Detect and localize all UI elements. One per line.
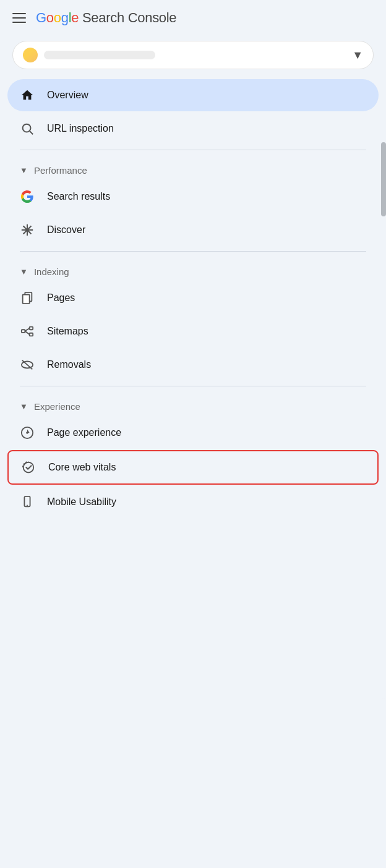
page-experience-label: Page experience xyxy=(47,427,121,438)
svg-rect-9 xyxy=(30,327,33,330)
sidebar-item-page-experience[interactable]: Page experience xyxy=(7,417,379,449)
mobile-icon xyxy=(20,495,35,509)
arrow-icon: ▼ xyxy=(20,166,28,175)
divider-3 xyxy=(20,386,366,386)
svg-point-18 xyxy=(24,462,34,473)
sitemaps-icon xyxy=(20,324,35,339)
discover-icon xyxy=(20,223,35,237)
search-icon xyxy=(20,121,35,136)
page-experience-icon xyxy=(20,425,35,440)
sidebar-item-search-results[interactable]: Search results xyxy=(7,181,379,213)
header: Google Search Console xyxy=(0,0,386,36)
google-g-icon xyxy=(20,189,35,204)
svg-rect-8 xyxy=(22,330,25,333)
pages-label: Pages xyxy=(47,292,75,304)
svg-point-17 xyxy=(26,432,28,434)
performance-section-header: ▼ Performance xyxy=(7,155,379,181)
sidebar-item-overview[interactable]: Overview xyxy=(7,79,379,111)
pages-icon xyxy=(20,291,35,305)
scrollbar-track xyxy=(381,142,386,699)
svg-line-12 xyxy=(25,331,29,335)
scrollbar-thumb[interactable] xyxy=(381,142,386,216)
property-icon xyxy=(23,48,38,62)
arrow-icon-2: ▼ xyxy=(20,267,28,276)
app-logo: Google Search Console xyxy=(36,10,176,26)
performance-section-label: Performance xyxy=(34,165,87,176)
sidebar-item-discover[interactable]: Discover xyxy=(7,214,379,246)
mobile-usability-label: Mobile Usability xyxy=(47,496,116,508)
divider-2 xyxy=(20,251,366,252)
core-web-vitals-icon xyxy=(21,460,36,475)
discover-label: Discover xyxy=(47,224,85,236)
core-web-vitals-label: Core web vitals xyxy=(48,462,116,473)
property-name-blurred xyxy=(44,51,155,59)
svg-rect-10 xyxy=(30,333,33,336)
svg-line-1 xyxy=(30,131,33,134)
overview-label: Overview xyxy=(47,90,88,101)
sidebar-item-url-inspection[interactable]: URL inspection xyxy=(7,113,379,145)
sidebar-item-sitemaps[interactable]: Sitemaps xyxy=(7,315,379,347)
menu-button[interactable] xyxy=(12,13,26,23)
sitemaps-label: Sitemaps xyxy=(47,326,88,337)
chevron-down-icon: ▼ xyxy=(352,49,363,62)
sidebar: Overview URL inspection ▼ Performance Se… xyxy=(0,79,386,518)
svg-point-0 xyxy=(23,124,31,132)
svg-point-20 xyxy=(27,505,28,506)
sidebar-item-mobile-usability[interactable]: Mobile Usability xyxy=(7,486,379,518)
svg-line-11 xyxy=(25,328,29,331)
divider-1 xyxy=(20,150,366,150)
property-info xyxy=(23,48,155,62)
arrow-icon-3: ▼ xyxy=(20,402,28,411)
indexing-section-label: Indexing xyxy=(34,266,69,277)
sidebar-item-core-web-vitals[interactable]: Core web vitals xyxy=(7,450,379,485)
removals-icon xyxy=(20,357,35,372)
property-selector[interactable]: ▼ xyxy=(12,41,374,69)
svg-rect-7 xyxy=(23,295,30,304)
sidebar-item-removals[interactable]: Removals xyxy=(7,349,379,381)
experience-section-label: Experience xyxy=(34,401,80,412)
home-icon xyxy=(20,88,35,103)
experience-section-header: ▼ Experience xyxy=(7,391,379,417)
search-results-label: Search results xyxy=(47,191,110,202)
sidebar-item-pages[interactable]: Pages xyxy=(7,282,379,314)
indexing-section-header: ▼ Indexing xyxy=(7,257,379,282)
removals-label: Removals xyxy=(47,359,91,370)
url-inspection-label: URL inspection xyxy=(47,123,114,134)
